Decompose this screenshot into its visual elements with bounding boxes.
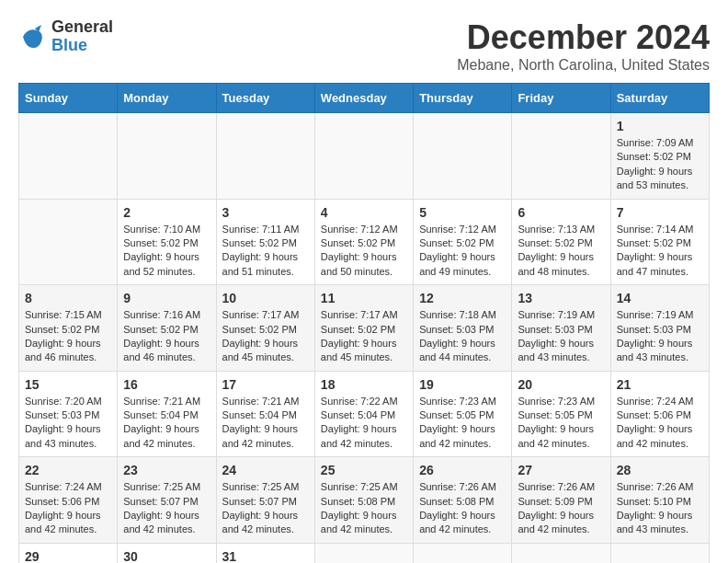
calendar-cell-18: 18Sunrise: 7:22 AMSunset: 5:04 PMDayligh… [314,371,413,457]
cell-content: Sunrise: 7:24 AMSunset: 5:06 PMDaylight:… [617,395,703,452]
cell-content: Sunrise: 7:21 AMSunset: 5:04 PMDaylight:… [123,395,210,452]
day-header-friday: Friday [512,84,610,113]
header: General Blue December 2024 Mebane, North… [18,18,710,74]
cell-content: Sunrise: 7:15 AMSunset: 5:02 PMDaylight:… [25,308,111,365]
day-number: 5 [419,205,506,220]
logo-icon [18,23,46,51]
day-header-sunday: Sunday [19,84,118,113]
cell-content: Sunrise: 7:17 AMSunset: 5:02 PMDaylight:… [321,308,407,365]
calendar-table: SundayMondayTuesdayWednesdayThursdayFrid… [18,83,710,563]
calendar-week-5: 22Sunrise: 7:24 AMSunset: 5:06 PMDayligh… [19,457,710,544]
cell-content: Sunrise: 7:19 AMSunset: 5:03 PMDaylight:… [518,308,604,365]
day-number: 12 [419,291,506,305]
day-number: 16 [123,377,210,392]
calendar-cell-24: 24Sunrise: 7:25 AMSunset: 5:07 PMDayligh… [216,457,314,544]
cell-content: Sunrise: 7:17 AMSunset: 5:02 PMDaylight:… [222,308,309,365]
day-number: 2 [123,205,210,220]
day-header-monday: Monday [118,84,216,113]
calendar-cell-31: 31Sunrise: 7:27 AMSunset: 5:12 PMDayligh… [216,543,314,563]
calendar-cell-11: 11Sunrise: 7:17 AMSunset: 5:02 PMDayligh… [314,285,413,372]
calendar-cell-27: 27Sunrise: 7:26 AMSunset: 5:09 PMDayligh… [512,457,610,544]
empty-cell [512,113,610,200]
location: Mebane, North Carolina, United States [457,57,710,74]
empty-cell [19,113,118,200]
day-number: 29 [25,549,111,563]
day-number: 22 [25,463,111,477]
calendar-week-2: 2Sunrise: 7:10 AMSunset: 5:02 PMDaylight… [19,199,710,285]
empty-cell [414,543,512,563]
calendar-week-4: 15Sunrise: 7:20 AMSunset: 5:03 PMDayligh… [19,371,710,457]
calendar-cell-14: 14Sunrise: 7:19 AMSunset: 5:03 PMDayligh… [610,285,709,372]
calendar-cell-5: 5Sunrise: 7:12 AMSunset: 5:02 PMDaylight… [414,199,512,285]
calendar-cell-23: 23Sunrise: 7:25 AMSunset: 5:07 PMDayligh… [118,457,216,544]
calendar-cell-21: 21Sunrise: 7:24 AMSunset: 5:06 PMDayligh… [610,371,709,457]
calendar-week-3: 8Sunrise: 7:15 AMSunset: 5:02 PMDaylight… [19,285,710,372]
day-number: 6 [518,205,604,220]
day-number: 23 [123,463,210,477]
day-number: 19 [419,377,506,392]
day-number: 30 [123,549,210,563]
cell-content: Sunrise: 7:26 AMSunset: 5:09 PMDaylight:… [518,480,604,537]
calendar-cell-13: 13Sunrise: 7:19 AMSunset: 5:03 PMDayligh… [512,285,610,372]
calendar-week-6: 29Sunrise: 7:27 AMSunset: 5:10 PMDayligh… [19,543,710,563]
cell-content: Sunrise: 7:16 AMSunset: 5:02 PMDaylight:… [123,308,210,365]
day-number: 21 [617,377,703,392]
empty-cell [512,543,610,563]
calendar-cell-15: 15Sunrise: 7:20 AMSunset: 5:03 PMDayligh… [19,371,118,457]
cell-content: Sunrise: 7:10 AMSunset: 5:02 PMDaylight:… [123,223,210,280]
day-number: 11 [321,291,407,305]
logo-blue-text: Blue [51,37,113,55]
day-number: 17 [222,377,309,392]
calendar-cell-4: 4Sunrise: 7:12 AMSunset: 5:02 PMDaylight… [314,199,413,285]
day-header-wednesday: Wednesday [314,84,413,113]
calendar-cell-25: 25Sunrise: 7:25 AMSunset: 5:08 PMDayligh… [314,457,413,544]
day-header-tuesday: Tuesday [216,84,314,113]
cell-content: Sunrise: 7:25 AMSunset: 5:07 PMDaylight:… [123,480,210,537]
calendar-cell-9: 9Sunrise: 7:16 AMSunset: 5:02 PMDaylight… [118,285,216,372]
cell-content: Sunrise: 7:18 AMSunset: 5:03 PMDaylight:… [419,308,506,365]
day-number: 3 [222,205,309,220]
empty-cell [414,113,512,200]
day-number: 25 [321,463,407,477]
calendar-cell-3: 3Sunrise: 7:11 AMSunset: 5:02 PMDaylight… [216,199,314,285]
empty-cell [118,113,216,200]
calendar-cell-29: 29Sunrise: 7:27 AMSunset: 5:10 PMDayligh… [19,543,118,563]
calendar-cell-30: 30Sunrise: 7:27 AMSunset: 5:11 PMDayligh… [118,543,216,563]
calendar-cell-12: 12Sunrise: 7:18 AMSunset: 5:03 PMDayligh… [414,285,512,372]
cell-content: Sunrise: 7:21 AMSunset: 5:04 PMDaylight:… [222,395,309,452]
day-number: 1 [617,119,703,133]
day-number: 24 [222,463,309,477]
day-number: 26 [419,463,506,477]
empty-cell [314,113,413,200]
calendar-cell-16: 16Sunrise: 7:21 AMSunset: 5:04 PMDayligh… [118,371,216,457]
cell-content: Sunrise: 7:12 AMSunset: 5:02 PMDaylight:… [321,223,407,280]
day-number: 18 [321,377,407,392]
calendar-cell-26: 26Sunrise: 7:26 AMSunset: 5:08 PMDayligh… [414,457,512,544]
day-number: 14 [617,291,703,305]
cell-content: Sunrise: 7:26 AMSunset: 5:10 PMDaylight:… [617,480,703,537]
cell-content: Sunrise: 7:23 AMSunset: 5:05 PMDaylight:… [518,395,604,452]
day-number: 9 [123,291,210,305]
calendar-cell-8: 8Sunrise: 7:15 AMSunset: 5:02 PMDaylight… [19,285,118,372]
day-number: 8 [25,291,111,305]
empty-cell [216,113,314,200]
cell-content: Sunrise: 7:09 AMSunset: 5:02 PMDaylight:… [617,136,703,193]
cell-content: Sunrise: 7:26 AMSunset: 5:08 PMDaylight:… [419,480,506,537]
day-number: 31 [222,549,309,563]
calendar-cell-2: 2Sunrise: 7:10 AMSunset: 5:02 PMDaylight… [118,199,216,285]
calendar-cell-19: 19Sunrise: 7:23 AMSunset: 5:05 PMDayligh… [414,371,512,457]
cell-content: Sunrise: 7:19 AMSunset: 5:03 PMDaylight:… [617,308,703,365]
month-title: December 2024 [457,18,710,57]
cell-content: Sunrise: 7:11 AMSunset: 5:02 PMDaylight:… [222,223,309,280]
day-number: 13 [518,291,604,305]
calendar-cell-28: 28Sunrise: 7:26 AMSunset: 5:10 PMDayligh… [610,457,709,544]
title-area: December 2024 Mebane, North Carolina, Un… [457,18,710,74]
calendar-cell-1: 1Sunrise: 7:09 AMSunset: 5:02 PMDaylight… [610,113,709,200]
day-number: 4 [321,205,407,220]
day-number: 7 [617,205,703,220]
calendar-cell-7: 7Sunrise: 7:14 AMSunset: 5:02 PMDaylight… [610,199,709,285]
calendar-cell-6: 6Sunrise: 7:13 AMSunset: 5:02 PMDaylight… [512,199,610,285]
cell-content: Sunrise: 7:14 AMSunset: 5:02 PMDaylight:… [617,223,703,280]
calendar-cell-10: 10Sunrise: 7:17 AMSunset: 5:02 PMDayligh… [216,285,314,372]
day-number: 20 [518,377,604,392]
